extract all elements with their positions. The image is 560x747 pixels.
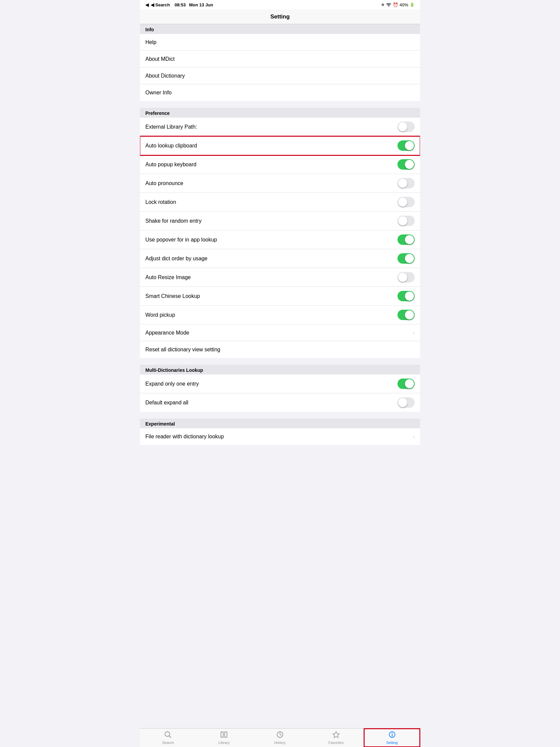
row-expand-only-one[interactable]: Expand only one entry bbox=[140, 375, 420, 393]
toggle-expand-only-one[interactable] bbox=[398, 379, 415, 389]
alarm-icon: ⏰ bbox=[393, 2, 398, 7]
page-title: Setting bbox=[270, 14, 290, 20]
section-info: Info Help About MDict About Dictionary O… bbox=[140, 24, 420, 101]
status-search-text: ◀ Search bbox=[151, 2, 170, 7]
back-arrow: ◀ bbox=[145, 2, 149, 7]
toggle-auto-pronounce[interactable] bbox=[398, 178, 415, 188]
toggle-shake-random[interactable] bbox=[398, 216, 415, 226]
row-external-library-path[interactable]: External Library Path: bbox=[140, 118, 420, 136]
status-right: ✈ ⏰ 40% 🔋 bbox=[381, 2, 415, 7]
row-lock-rotation[interactable]: Lock rotation bbox=[140, 193, 420, 212]
spacer-3 bbox=[140, 412, 420, 418]
spacer-2 bbox=[140, 358, 420, 365]
toggle-lock-rotation[interactable] bbox=[398, 197, 415, 207]
row-about-mdict[interactable]: About MDict bbox=[140, 51, 420, 68]
toggle-default-expand-all[interactable] bbox=[398, 397, 415, 408]
row-auto-resize-image[interactable]: Auto Resize Image bbox=[140, 268, 420, 287]
status-date: Mon 13 Jun bbox=[189, 2, 213, 7]
toggle-use-popover[interactable] bbox=[398, 234, 415, 245]
airplane-icon: ✈ bbox=[381, 2, 385, 7]
multi-dict-group: Expand only one entry Default expand all bbox=[140, 375, 420, 412]
row-auto-popup-keyboard[interactable]: Auto popup keyboard bbox=[140, 155, 420, 174]
row-appearance-mode[interactable]: Appearance Mode › bbox=[140, 325, 420, 341]
row-reset-dict-view[interactable]: Reset all dictionary view setting bbox=[140, 341, 420, 358]
row-help[interactable]: Help bbox=[140, 34, 420, 51]
status-bar: ◀ ◀ Search 08:53 Mon 13 Jun ✈ ⏰ 40% 🔋 bbox=[140, 0, 420, 9]
row-shake-random[interactable]: Shake for random entry bbox=[140, 212, 420, 230]
row-adjust-dict-order[interactable]: Adjust dict order by usage bbox=[140, 249, 420, 268]
row-default-expand-all[interactable]: Default expand all bbox=[140, 393, 420, 412]
row-use-popover[interactable]: Use popover for in app lookup bbox=[140, 230, 420, 249]
toggle-word-pickup[interactable] bbox=[398, 310, 415, 320]
toggle-auto-popup-keyboard[interactable] bbox=[398, 159, 415, 170]
status-left: ◀ ◀ Search 08:53 Mon 13 Jun bbox=[145, 2, 213, 7]
row-about-dictionary[interactable]: About Dictionary bbox=[140, 68, 420, 84]
row-word-pickup[interactable]: Word pickup bbox=[140, 306, 420, 325]
section-preference: Preference External Library Path: Auto l… bbox=[140, 108, 420, 358]
section-header-experimental: Experimental bbox=[140, 418, 420, 428]
row-auto-pronounce[interactable]: Auto pronounce bbox=[140, 174, 420, 193]
spacer-4 bbox=[140, 445, 420, 452]
preference-group: External Library Path: Auto lookup clipb… bbox=[140, 118, 420, 358]
toggle-auto-resize-image[interactable] bbox=[398, 272, 415, 282]
row-smart-chinese-lookup[interactable]: Smart Chinese Lookup bbox=[140, 287, 420, 306]
experimental-group: File reader with dictionary lookup › bbox=[140, 428, 420, 445]
chevron-icon-file-reader: › bbox=[413, 434, 415, 440]
spacer-1 bbox=[140, 101, 420, 108]
battery-icon: 🔋 bbox=[409, 2, 415, 7]
section-header-info: Info bbox=[140, 24, 420, 34]
row-owner-info[interactable]: Owner Info bbox=[140, 84, 420, 101]
chevron-icon-appearance: › bbox=[413, 330, 415, 336]
toggle-external-library-path[interactable] bbox=[398, 122, 415, 132]
settings-content: Info Help About MDict About Dictionary O… bbox=[140, 24, 420, 472]
info-group: Help About MDict About Dictionary Owner … bbox=[140, 34, 420, 101]
section-experimental: Experimental File reader with dictionary… bbox=[140, 418, 420, 445]
section-multi-dict: Multi-Dictionaries Lookup Expand only on… bbox=[140, 365, 420, 412]
nav-bar: Setting bbox=[140, 9, 420, 24]
battery-text: 40% bbox=[400, 2, 408, 7]
section-header-multi-dict: Multi-Dictionaries Lookup bbox=[140, 365, 420, 375]
row-file-reader[interactable]: File reader with dictionary lookup › bbox=[140, 428, 420, 445]
status-time: 08:53 bbox=[175, 2, 186, 7]
row-auto-lookup-clipboard[interactable]: Auto lookup clipboard bbox=[140, 136, 420, 155]
wifi-icon bbox=[386, 2, 392, 7]
toggle-auto-lookup-clipboard[interactable] bbox=[398, 140, 415, 151]
toggle-adjust-dict-order[interactable] bbox=[398, 253, 415, 264]
section-header-preference: Preference bbox=[140, 108, 420, 118]
toggle-smart-chinese-lookup[interactable] bbox=[398, 291, 415, 301]
